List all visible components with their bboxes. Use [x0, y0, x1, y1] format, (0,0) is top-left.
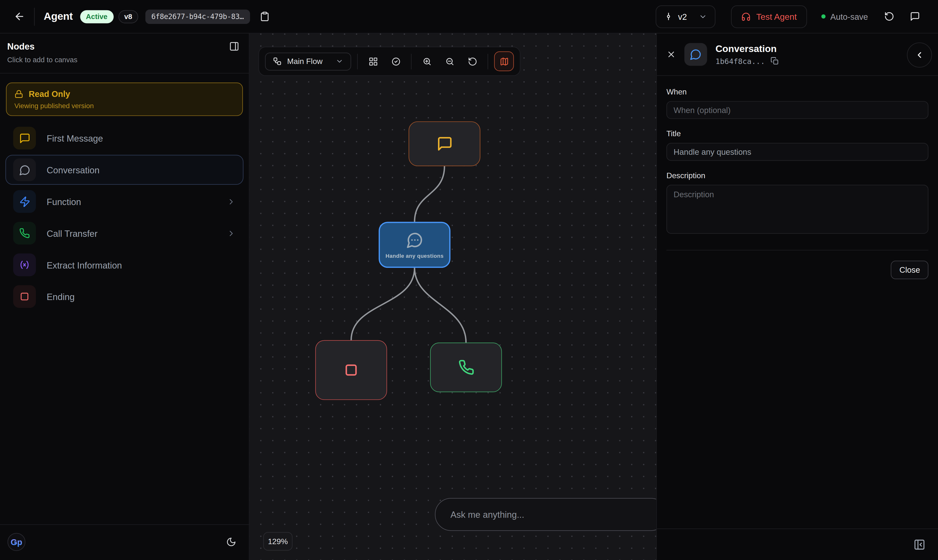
arrow-left-icon: [14, 11, 25, 22]
sidebar-item-label: First Message: [47, 133, 103, 143]
sidebar-item-label: Call Transfer: [47, 228, 97, 238]
zoom-in-button[interactable]: [418, 52, 436, 71]
square-icon: [13, 285, 36, 308]
title-label: Title: [666, 129, 929, 138]
brand-logo: Ǥp: [7, 533, 26, 554]
lock-icon: [14, 89, 23, 98]
inspector-footer: [657, 529, 938, 560]
sidebar-subtitle: Click to add to canvas: [7, 55, 242, 64]
flow-selector-dropdown[interactable]: Main Flow: [265, 52, 351, 70]
read-only-title: Read Only: [29, 89, 70, 98]
read-only-subtitle: Viewing published version: [14, 102, 234, 109]
description-placeholder: Description: [674, 190, 714, 199]
sidebar-item-first-message[interactable]: First Message: [5, 123, 244, 153]
sidebar-item-function[interactable]: Function: [5, 186, 244, 216]
toolbar-divider: [357, 54, 358, 69]
layout-grid-icon: [368, 56, 378, 66]
inspector-header: Conversation 1b64f8ca...: [657, 34, 938, 76]
message-circle-more-icon: [406, 231, 423, 249]
auto-layout-button[interactable]: [364, 52, 383, 71]
svg-text:Ǥp: Ǥp: [11, 537, 23, 547]
when-label: When: [666, 88, 929, 97]
node-first-message[interactable]: [409, 122, 480, 166]
inspector-divider: [666, 250, 929, 251]
node-ending[interactable]: [315, 340, 387, 400]
node-label: Handle any questions: [386, 253, 444, 258]
zoom-in-icon: [422, 56, 432, 66]
title-input[interactable]: Handle any questions: [666, 143, 929, 161]
sidebar-header: Nodes Click to add to canvas: [0, 34, 249, 74]
history-button[interactable]: [884, 11, 895, 22]
theme-toggle-button[interactable]: [226, 537, 236, 547]
flow-selector-label: Main Flow: [287, 57, 323, 66]
copy-node-id-button[interactable]: [770, 57, 779, 65]
flow-canvas[interactable]: Main Flow: [249, 34, 656, 560]
chevron-down-icon: [699, 12, 707, 20]
inspector-title-block: Conversation 1b64f8ca...: [716, 43, 779, 66]
zoom-out-icon: [445, 56, 454, 66]
copy-agent-id-button[interactable]: [259, 11, 270, 22]
ask-ai-input[interactable]: Ask me anything...: [435, 498, 656, 531]
flow-edges: [249, 34, 656, 560]
header-divider: [34, 8, 35, 25]
sidebar-item-extract-information[interactable]: Extract Information: [5, 250, 244, 280]
message-square-icon: [13, 127, 36, 149]
sidebar-collapse-button[interactable]: [229, 41, 239, 51]
canvas-toolbar: Main Flow: [258, 47, 520, 76]
close-button[interactable]: Close: [891, 261, 929, 279]
flow-version-label: v2: [678, 12, 687, 21]
test-agent-button[interactable]: Test Agent: [731, 5, 807, 28]
sidebar-item-label: Extract Information: [47, 260, 122, 270]
zoom-out-button[interactable]: [440, 52, 459, 71]
feedback-button[interactable]: [910, 11, 920, 22]
chevron-left-icon: [915, 50, 924, 60]
edge-conversation-to-call-transfer: [415, 268, 466, 343]
moon-icon: [226, 537, 236, 547]
agent-flow-builder: Agent Active v8 6f8e2677-b94c-479b-83… v…: [0, 0, 938, 560]
when-input[interactable]: When (optional): [666, 101, 929, 119]
version-badge: v8: [118, 10, 138, 23]
validate-flow-button[interactable]: [387, 52, 405, 71]
inspector-close-button[interactable]: [666, 49, 676, 59]
read-only-notice: Read Only Viewing published version: [6, 83, 243, 116]
message-square-icon: [437, 136, 453, 152]
clipboard-icon: [259, 11, 270, 22]
minimap-toggle-button[interactable]: [494, 51, 514, 71]
sidebar-item-ending[interactable]: Ending: [5, 282, 244, 311]
autosave-indicator: Auto-save: [821, 12, 868, 21]
sidebar-item-call-transfer[interactable]: Call Transfer: [5, 218, 244, 248]
chevron-right-icon: [227, 197, 236, 206]
sidebar-item-label: Ending: [47, 291, 74, 302]
panel-left-close-button[interactable]: [913, 539, 926, 551]
node-palette: First Message Conversation Function: [0, 123, 249, 311]
nodes-sidebar: Nodes Click to add to canvas Read Only V…: [0, 34, 249, 560]
phone-icon: [13, 222, 36, 245]
top-bar-actions: v2 Test Agent Auto-save: [656, 5, 920, 28]
panel-right-icon: [229, 41, 239, 51]
zap-icon: [13, 190, 36, 213]
close-icon: [666, 49, 676, 59]
reset-view-button[interactable]: [463, 52, 482, 71]
node-call-transfer[interactable]: [430, 343, 502, 392]
panel-left-close-icon: [913, 539, 926, 551]
node-id: 1b64f8ca...: [716, 56, 765, 65]
description-textarea[interactable]: Description: [666, 185, 929, 234]
agent-id-field[interactable]: 6f8e2677-b94c-479b-83…: [145, 9, 250, 24]
sidebar-footer: Ǥp: [0, 525, 249, 560]
map-icon: [499, 56, 509, 66]
top-bar: Agent Active v8 6f8e2677-b94c-479b-83… v…: [0, 0, 938, 34]
edge-first-to-conversation: [415, 166, 444, 222]
flow-version-dropdown[interactable]: v2: [656, 5, 716, 28]
toolbar-divider: [411, 54, 412, 69]
inspector-collapse-button[interactable]: [907, 43, 932, 68]
git-commit-vertical-icon: [664, 12, 673, 21]
page-title: Agent: [44, 10, 73, 23]
chevron-down-icon: [336, 57, 344, 65]
node-conversation[interactable]: Handle any questions: [379, 222, 450, 268]
phone-icon: [458, 359, 474, 375]
rotate-ccw-icon: [884, 11, 895, 22]
back-button[interactable]: [14, 11, 25, 22]
sidebar-item-label: Conversation: [47, 165, 99, 175]
description-label: Description: [666, 171, 929, 180]
sidebar-item-conversation[interactable]: Conversation: [5, 155, 244, 185]
